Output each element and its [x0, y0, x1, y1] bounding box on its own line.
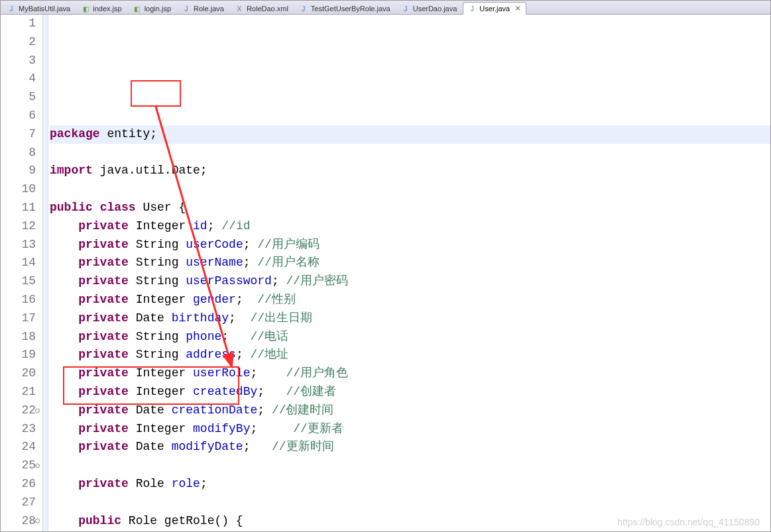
line-number: 12: [1, 217, 36, 236]
line-number: 18: [1, 328, 36, 346]
tab-userdao-java[interactable]: JUserDao.java: [396, 2, 463, 15]
jsp-file-icon: ◧: [81, 4, 90, 13]
code-line[interactable]: [50, 144, 770, 162]
line-number: 19: [1, 346, 36, 364]
line-number: 13: [1, 236, 36, 254]
code-line[interactable]: private Date birthday; //出生日期: [50, 309, 770, 328]
line-number: 7: [1, 125, 36, 144]
tab-login-jsp[interactable]: ◧login.jsp: [128, 2, 177, 15]
tab-label: index.jsp: [93, 4, 121, 14]
code-line[interactable]: private String phone; //电话: [50, 328, 770, 346]
jsp-file-icon: ◧: [133, 4, 142, 13]
line-number: 23: [1, 420, 36, 439]
line-number: 28: [1, 512, 36, 531]
code-area[interactable]: package entity; import java.util.Date; p…: [48, 15, 770, 531]
code-line[interactable]: private Integer createdBy; //创建者: [50, 383, 770, 401]
line-number: 27: [1, 494, 36, 512]
line-number: 9: [1, 162, 36, 180]
java-file-icon: J: [182, 4, 191, 13]
tab-roledao-xml[interactable]: XRoleDao.xml: [230, 2, 294, 15]
editor-tabbar: JMyBatisUtil.java◧index.jsp◧login.jspJRo…: [1, 1, 770, 15]
tab-label: User.java: [479, 4, 510, 14]
code-line[interactable]: [50, 180, 770, 199]
tab-testgetuserbyrole-java[interactable]: JTestGetUserByRole.java: [294, 2, 396, 15]
code-line[interactable]: private String userPassword; //用户密码: [50, 272, 770, 291]
xml-file-icon: X: [235, 4, 244, 13]
code-line[interactable]: package entity;: [50, 125, 770, 144]
line-number: 1: [1, 15, 36, 33]
tab-label: TestGetUserByRole.java: [311, 4, 390, 14]
java-file-icon: J: [467, 4, 477, 13]
code-line[interactable]: private Integer id; //id: [50, 217, 770, 236]
line-number: 6: [1, 107, 36, 125]
line-number: 21: [1, 383, 36, 401]
code-line[interactable]: return role;: [50, 530, 770, 531]
line-number: 16: [1, 291, 36, 309]
line-number-gutter: 1234567891011121314151617181920212223242…: [1, 15, 43, 531]
annotation-box-user: [131, 80, 181, 107]
tab-mybatisutil-java[interactable]: JMyBatisUtil.java: [2, 2, 76, 15]
code-line[interactable]: private Role role;: [50, 475, 770, 494]
code-editor[interactable]: 1234567891011121314151617181920212223242…: [1, 15, 770, 531]
line-number: 25: [1, 456, 36, 475]
tab-label: login.jsp: [145, 4, 171, 14]
tab-user-java[interactable]: JUser.java✕: [463, 2, 526, 15]
code-line[interactable]: private Integer modifyBy; //更新者: [50, 420, 770, 439]
tab-label: RoleDao.xml: [247, 4, 288, 14]
code-line[interactable]: private String address; //地址: [50, 346, 770, 364]
line-number: 22: [1, 401, 36, 420]
line-number: 8: [1, 144, 36, 162]
java-file-icon: J: [401, 4, 410, 13]
code-line[interactable]: public class User {: [50, 199, 770, 217]
code-line[interactable]: import java.util.Date;: [50, 162, 770, 180]
code-line[interactable]: private String userName; //用户名称: [50, 254, 770, 272]
tab-label: UserDao.java: [413, 4, 457, 14]
close-icon[interactable]: ✕: [515, 5, 520, 12]
code-line[interactable]: private Date creationDate; //创建时间: [50, 401, 770, 420]
tab-index-jsp[interactable]: ◧index.jsp: [76, 2, 127, 15]
line-number: 3: [1, 52, 36, 70]
line-number: 17: [1, 309, 36, 328]
tab-label: Role.java: [194, 4, 224, 14]
tab-role-java[interactable]: JRole.java: [177, 2, 230, 15]
java-file-icon: J: [7, 4, 16, 13]
line-number: 20: [1, 364, 36, 383]
tab-label: MyBatisUtil.java: [19, 4, 70, 14]
line-number: 5: [1, 88, 36, 107]
code-line[interactable]: private Integer userRole; //用户角色: [50, 364, 770, 383]
line-number: 14: [1, 254, 36, 272]
code-line[interactable]: public Role getRole() {: [50, 512, 770, 531]
line-number: 26: [1, 475, 36, 494]
line-number: 11: [1, 199, 36, 217]
folding-margin[interactable]: [43, 15, 48, 531]
code-line[interactable]: private Integer gender; //性别: [50, 291, 770, 309]
code-line[interactable]: private String userCode; //用户编码: [50, 236, 770, 254]
line-number: 15: [1, 272, 36, 291]
line-number: 2: [1, 33, 36, 52]
java-file-icon: J: [299, 4, 308, 13]
line-number: 4: [1, 70, 36, 88]
line-number: 10: [1, 180, 36, 199]
code-line[interactable]: [50, 494, 770, 512]
line-number: 24: [1, 438, 36, 456]
code-line[interactable]: [50, 456, 770, 475]
code-line[interactable]: private Date modifyDate; //更新时间: [50, 438, 770, 456]
